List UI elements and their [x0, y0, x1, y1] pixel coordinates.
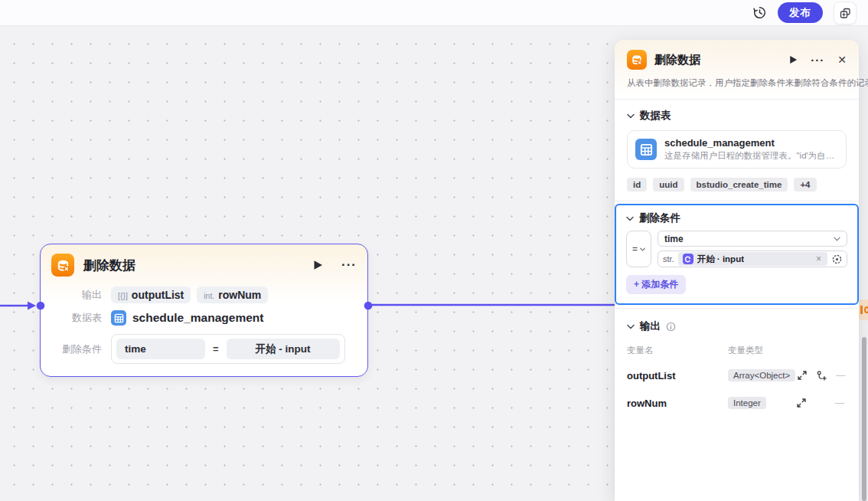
node-more-icon[interactable]: ··· — [341, 257, 357, 273]
array-object-prefix: [{}] — [118, 291, 128, 300]
chevron-down-icon — [640, 247, 645, 251]
operator-value: = — [632, 244, 638, 254]
node-output-row: 输出 [{}] outputList int. rowNum — [51, 287, 357, 303]
node-title: 删除数据 — [83, 257, 135, 274]
panel-title: 删除数据 — [654, 53, 700, 67]
scrollbar-thumb[interactable] — [862, 337, 866, 501]
table-icon — [635, 139, 657, 160]
variable-ref-text: 开始 · input — [697, 254, 744, 265]
output-pill-name: outputList — [132, 289, 184, 301]
col-variable-name: 变量名 — [627, 345, 728, 356]
database-delete-icon — [627, 50, 647, 70]
variable-reference[interactable]: 开始 · input × — [678, 252, 827, 266]
node-table-row: 数据表 schedule_management — [51, 310, 357, 326]
condition-field-select[interactable]: time — [658, 231, 847, 247]
add-condition-button[interactable]: + 添加条件 — [626, 275, 686, 294]
panel-description: 从表中删除数据记录，用户指定删除条件来删除符合条件的记录 — [627, 77, 847, 89]
fragment-mark — [860, 306, 863, 314]
remove-disabled-icon: — — [833, 398, 847, 408]
section-delete-condition-highlighted: 删除条件 = time str. — [615, 204, 859, 305]
node-config-panel: 删除数据 ··· ✕ 从表中删除数据记录，用户指定删除条件来删除符合条件的记录 … — [615, 40, 859, 501]
add-child-node-icon[interactable] — [814, 371, 828, 381]
database-delete-icon — [51, 254, 74, 277]
top-toolbar: 发布 — [0, 0, 868, 26]
section-condition-toggle[interactable]: 删除条件 — [626, 211, 847, 225]
output-row-outputlist: outputList Array<Object> — — [627, 367, 847, 384]
chevron-down-icon — [627, 324, 635, 329]
output-pill-name: rowNum — [218, 289, 261, 301]
divider — [615, 201, 859, 201]
output-pill-outputlist: [{}] outputList — [111, 287, 191, 303]
condition-group: time = 开始 - input — [111, 334, 345, 364]
panel-header: 删除数据 ··· ✕ 从表中删除数据记录，用户指定删除条件来删除符合条件的记录 — [615, 40, 859, 99]
field-tag: uuid — [653, 178, 684, 192]
panel-more-icon[interactable]: ··· — [811, 54, 824, 67]
section-output: 输出 变量名 变量类型 outputList Array<Object> — [615, 309, 859, 421]
run-node-icon[interactable] — [789, 55, 798, 64]
node-table-name: schedule_management — [132, 311, 263, 325]
type-prefix: str. — [659, 254, 678, 264]
field-tag: bstudio_create_time — [690, 178, 788, 192]
section-label: 数据表 — [640, 109, 671, 123]
remove-disabled-icon: — — [834, 370, 847, 381]
info-icon[interactable] — [666, 322, 676, 332]
output-table-header: 变量名 变量类型 — [627, 345, 847, 356]
variable-name: outputList — [627, 370, 728, 381]
node-output-label: 输出 — [51, 288, 102, 302]
datatable-desc: 这是存储用户日程的数据管理表。"id'为自增唯一… — [664, 150, 838, 162]
field-tag: id — [627, 178, 647, 192]
chevron-down-icon — [627, 113, 635, 119]
output-row-rownum: rowNum Integer — — [627, 395, 847, 411]
node-table-label: 数据表 — [51, 311, 102, 325]
field-tags: id uuid bstudio_create_time +4 — [627, 178, 847, 192]
section-label: 输出 — [640, 319, 661, 333]
field-tag-more[interactable]: +4 — [794, 178, 816, 192]
node-condition-row: 删除条件 time = 开始 - input — [51, 334, 357, 364]
expand-icon[interactable] — [795, 398, 808, 408]
node-delete-data[interactable]: 删除数据 ··· 输出 [{}] outputList int. rowNum … — [40, 244, 368, 377]
variable-type-badge: Integer — [728, 397, 766, 409]
condition-operator: = — [213, 343, 219, 355]
int-prefix: int. — [204, 291, 214, 300]
panel-close-icon[interactable]: ✕ — [837, 54, 847, 66]
col-variable-type: 变量类型 — [728, 345, 763, 356]
chevron-down-icon — [834, 237, 840, 241]
clear-icon[interactable]: × — [814, 254, 823, 264]
duplicate-icon[interactable] — [834, 2, 857, 25]
variable-name: rowNum — [627, 398, 728, 409]
variable-type-badge: Array<Object> — [728, 369, 795, 381]
chevron-down-icon — [626, 216, 634, 221]
clipped-canvas-node-fragment — [859, 300, 868, 320]
publish-button[interactable]: 发布 — [778, 2, 823, 23]
start-node-icon — [683, 254, 693, 264]
section-output-toggle[interactable]: 输出 — [627, 319, 847, 333]
value-mode-icon[interactable] — [827, 254, 846, 265]
fragment-mark — [864, 306, 868, 313]
section-label: 删除条件 — [639, 211, 680, 225]
condition-value-input[interactable]: str. 开始 · input × — [658, 250, 847, 267]
datatable-name: schedule_management — [664, 137, 838, 149]
expand-icon[interactable] — [795, 371, 809, 380]
table-icon — [111, 310, 126, 326]
condition-field-value: time — [664, 234, 684, 244]
history-icon[interactable] — [752, 5, 767, 20]
condition-value-ref[interactable]: 开始 - input — [227, 339, 340, 359]
operator-select[interactable]: = — [626, 231, 651, 267]
section-datatable-toggle[interactable]: 数据表 — [627, 109, 847, 123]
condition-field-value[interactable]: time — [116, 339, 205, 359]
output-pill-rownum: int. rowNum — [197, 287, 268, 303]
run-node-icon[interactable] — [313, 260, 323, 270]
node-condition-label: 删除条件 — [51, 342, 102, 356]
section-datatable: 数据表 schedule_management 这是存储用户日程的数据管理表。"… — [615, 100, 859, 201]
datatable-card[interactable]: schedule_management 这是存储用户日程的数据管理表。"id'为… — [627, 130, 847, 169]
